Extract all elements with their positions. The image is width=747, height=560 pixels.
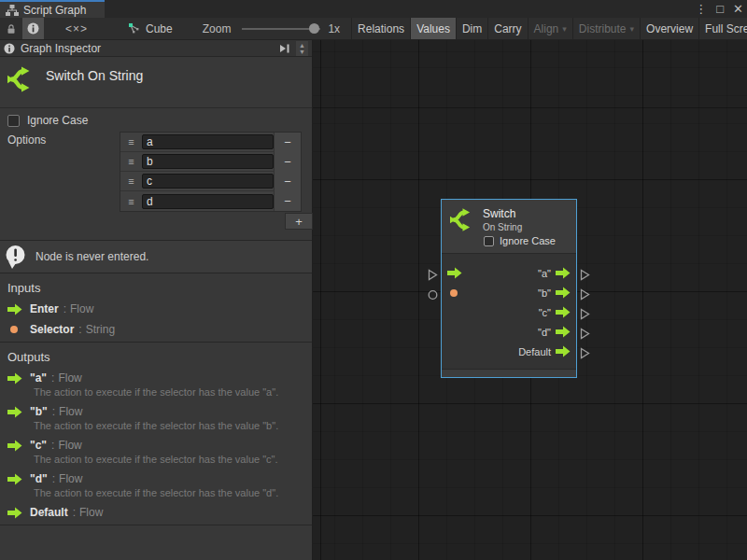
option-input[interactable] [142, 174, 274, 189]
dim-button[interactable]: Dim [456, 18, 487, 39]
flow-input-port[interactable] [428, 269, 438, 281]
port-description: The action to execute if the selector ha… [34, 386, 312, 398]
warning-banner: Node is never entered. [0, 240, 312, 273]
drag-handle-icon[interactable]: ≡ [120, 156, 142, 167]
info-icon [27, 22, 39, 35]
node-port-row: "b" [447, 283, 571, 302]
flow-input-arrow-icon[interactable] [447, 267, 464, 279]
overview-button[interactable]: Overview [640, 18, 698, 39]
port-separator: : [63, 302, 66, 315]
carry-button[interactable]: Carry [487, 18, 527, 39]
window-close-icon[interactable]: ✕ [733, 0, 743, 18]
panel-scroll-spinner[interactable]: ▲ ▼ [296, 41, 308, 56]
port-name: "b" [30, 405, 48, 418]
string-dot-icon [7, 326, 22, 333]
remove-option-button[interactable]: − [274, 191, 301, 211]
flow-output-port[interactable] [580, 347, 590, 359]
option-row: ≡ − [120, 172, 301, 191]
options-list: ≡ − ≡ − ≡ − ≡ − [120, 132, 302, 212]
option-input[interactable] [142, 194, 274, 209]
flow-output-port[interactable] [580, 308, 590, 320]
output-port-row: "c" : Flow [0, 439, 312, 452]
option-input[interactable] [142, 154, 274, 169]
dock-sidebar-icon[interactable] [279, 43, 290, 54]
lock-button[interactable] [2, 18, 21, 39]
port-description: The action to execute if the selector ha… [34, 454, 312, 465]
spinner-down-icon[interactable]: ▼ [299, 49, 305, 55]
port-type: Flow [58, 439, 81, 452]
port-type: Flow [59, 405, 82, 418]
panel-title: Graph Inspector [21, 42, 274, 55]
flow-output-arrow-icon[interactable] [556, 345, 571, 357]
full-screen-button[interactable]: Full Screen [698, 18, 747, 39]
graph-target-breadcrumb[interactable]: Cube [122, 18, 178, 39]
node-title: Switch [483, 207, 522, 220]
ignore-case-row: Ignore Case [0, 113, 312, 128]
remove-option-button[interactable]: − [274, 152, 301, 172]
flow-output-arrow-icon[interactable] [556, 306, 571, 318]
graph-toolbar: <×> Cube Zoom 1x Relations Values Dim Ca… [0, 18, 747, 40]
node-port-row: Default [447, 342, 571, 361]
remove-option-button[interactable]: − [274, 172, 301, 191]
port-separator: : [51, 439, 54, 452]
inspector-toggle-button[interactable] [22, 18, 44, 39]
node-ignore-case-row: Ignore Case [484, 235, 571, 246]
port-name: Enter [30, 302, 59, 315]
drag-handle-icon[interactable]: ≡ [120, 136, 142, 147]
string-dot-icon[interactable] [447, 289, 464, 297]
window-menu-icon[interactable]: ⋮ [695, 0, 707, 18]
full-screen-label: Full Screen [705, 22, 747, 35]
switch-on-string-node[interactable]: Switch On String Ignore Case "a" [441, 199, 577, 378]
zoom-slider-handle[interactable] [309, 23, 319, 34]
code-view-button[interactable]: <×> [61, 18, 92, 39]
flow-output-port[interactable] [580, 269, 590, 281]
flow-output-arrow-icon[interactable] [556, 267, 571, 279]
options-block: Options ≡ − ≡ − ≡ − ≡ − [0, 132, 312, 231]
output-port-row: "d" : Flow [0, 472, 312, 485]
ignore-case-checkbox[interactable] [7, 115, 20, 127]
ignore-case-label: Ignore Case [27, 114, 88, 127]
window-maximize-icon[interactable]: □ [716, 0, 724, 18]
flow-output-port[interactable] [580, 328, 590, 340]
flow-output-arrow-icon[interactable] [556, 287, 571, 299]
align-dropdown-button[interactable]: Align ▾ [528, 18, 572, 39]
values-label: Values [416, 22, 450, 35]
flow-output-port[interactable] [580, 288, 590, 301]
node-subtitle: On String [483, 222, 522, 232]
port-description: The action to execute if the selector ha… [34, 487, 312, 498]
output-port-row: "b" : Flow [0, 405, 312, 418]
tab-script-graph[interactable]: Script Graph [0, 0, 105, 18]
port-label: "a" [464, 268, 551, 279]
spinner-up-icon[interactable]: ▲ [299, 42, 305, 49]
inputs-section: Inputs Enter : Flow Selector : String [0, 273, 312, 343]
flow-output-arrow-icon[interactable] [556, 326, 571, 338]
port-separator: : [52, 472, 55, 485]
relations-button[interactable]: Relations [351, 18, 410, 39]
dim-label: Dim [462, 22, 482, 35]
flow-arrow-icon [7, 303, 22, 315]
node-footer [442, 369, 576, 377]
overview-label: Overview [646, 22, 693, 35]
node-port-row: "a" [447, 263, 571, 283]
option-input[interactable] [142, 134, 274, 149]
chevron-down-icon: ▾ [562, 24, 567, 34]
input-port-row: Selector : String [0, 323, 312, 336]
ignore-case-checkbox[interactable] [484, 236, 494, 246]
outputs-section: Outputs "a" : Flow The action to execute… [0, 343, 312, 525]
option-row: ≡ − [120, 152, 301, 172]
zoom-slider[interactable] [242, 18, 320, 39]
graph-canvas[interactable]: Switch On String Ignore Case "a" [313, 40, 747, 560]
remove-option-button[interactable]: − [274, 133, 301, 152]
distribute-dropdown-button[interactable]: Distribute ▾ [572, 18, 640, 39]
drag-handle-icon[interactable]: ≡ [120, 196, 142, 207]
port-description: The action to execute if the selector ha… [34, 420, 312, 431]
graph-target-label: Cube [146, 22, 173, 35]
ignore-case-label: Ignore Case [500, 235, 556, 246]
port-label: "d" [464, 327, 551, 338]
add-option-button[interactable]: + [285, 213, 313, 230]
values-button[interactable]: Values [410, 18, 456, 39]
graph-inspector-panel: Graph Inspector ▲ ▼ Switch On String Ign… [0, 40, 313, 560]
value-input-port[interactable] [428, 289, 438, 301]
port-separator: : [73, 506, 76, 519]
drag-handle-icon[interactable]: ≡ [120, 175, 142, 187]
